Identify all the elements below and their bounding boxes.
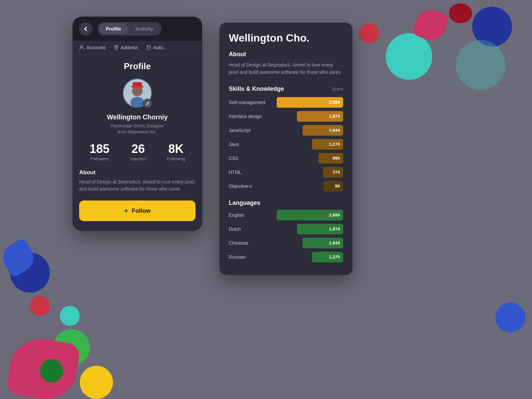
sub-nav-address-label: Address bbox=[121, 45, 138, 50]
blob-navy-left bbox=[10, 253, 50, 293]
pin-icon bbox=[114, 45, 119, 50]
blob-blue-left bbox=[0, 237, 39, 278]
avatar-container bbox=[79, 78, 196, 108]
skill-name: Java bbox=[229, 142, 275, 147]
skill-row: JavaScript 1,644 bbox=[229, 125, 343, 136]
user-icon bbox=[79, 45, 84, 50]
language-row: Dutch 1,874 bbox=[229, 224, 343, 234]
upvotes-label: Upvotes bbox=[130, 156, 146, 161]
svg-rect-8 bbox=[131, 86, 143, 88]
language-bar: 2,689 bbox=[277, 210, 343, 220]
sub-nav: Accounts Address Auto... bbox=[72, 41, 202, 55]
svg-point-0 bbox=[81, 46, 83, 48]
language-row: English 2,689 bbox=[229, 210, 343, 220]
svg-point-2 bbox=[147, 46, 150, 47]
skill-bar: 2,689 bbox=[277, 97, 343, 108]
blob-red-top-right bbox=[359, 23, 379, 43]
stat-following: 8K Following bbox=[167, 143, 185, 161]
stat-followers: 185 Followers bbox=[89, 143, 109, 161]
user-name: Wellington Chorniy bbox=[79, 113, 196, 121]
stats-row: 185 Followers 26 Upvotes 8K Following bbox=[79, 143, 196, 161]
stat-upvotes: 26 Upvotes bbox=[130, 143, 146, 161]
skill-name: JavaScript bbox=[229, 128, 275, 133]
sub-nav-auto-label: Auto... bbox=[153, 45, 167, 50]
language-name: English bbox=[229, 212, 275, 218]
skill-row: Objective-c 89 bbox=[229, 181, 343, 192]
blob-teal-far-right bbox=[456, 40, 505, 90]
back-button[interactable] bbox=[79, 22, 92, 36]
about-text: Head of Design at Setproduct. Aimed to l… bbox=[79, 179, 196, 193]
follow-plus-icon: + bbox=[124, 206, 128, 215]
follow-label: Follow bbox=[132, 207, 151, 214]
skill-row: HTML 374 bbox=[229, 167, 343, 178]
skill-row: Java 1,270 bbox=[229, 139, 343, 150]
phone-card: Profile Activity Accounts Address Auto.. bbox=[72, 17, 202, 231]
sub-nav-accounts[interactable]: Accounts bbox=[79, 45, 106, 50]
about-section: About Head of Design at Setproduct. Aime… bbox=[79, 169, 196, 193]
language-bar: 1,270 bbox=[312, 252, 343, 262]
skill-bar: 996 bbox=[319, 153, 343, 164]
language-name: Dutch bbox=[229, 226, 275, 232]
languages-section: Languages English 2,689 Dutch 1,874 Chin… bbox=[229, 200, 343, 262]
detail-panel: Wellington Cho. About Head of Design at … bbox=[219, 23, 352, 275]
score-label: Score bbox=[332, 86, 343, 91]
blob-navy-right bbox=[472, 7, 512, 47]
svg-point-1 bbox=[115, 46, 117, 48]
followers-label: Followers bbox=[89, 156, 109, 161]
phone-header: Profile Activity bbox=[72, 17, 202, 41]
detail-about-text: Head of Design at Setproduct. Aimed to l… bbox=[229, 61, 343, 76]
blob-blue-right-bottom bbox=[495, 303, 525, 332]
sub-nav-accounts-label: Accounts bbox=[86, 45, 106, 50]
following-label: Following bbox=[167, 156, 185, 161]
tab-group: Profile Activity bbox=[98, 22, 161, 36]
skill-row: CSS 996 bbox=[229, 153, 343, 164]
skill-name: Objective-c bbox=[229, 184, 275, 189]
skill-name: Self-management bbox=[229, 100, 275, 105]
language-row: Russian 1,270 bbox=[229, 252, 343, 262]
sub-nav-address[interactable]: Address bbox=[114, 45, 138, 50]
blob-teal-top-right bbox=[386, 33, 432, 80]
sub-nav-auto[interactable]: Auto... bbox=[146, 45, 167, 50]
user-bio: Passionate UIXXL Designer from Setproduc… bbox=[79, 123, 196, 135]
blob-pink-top-right bbox=[411, 6, 450, 44]
profile-body: Profile bbox=[72, 55, 202, 231]
languages-title: Languages bbox=[229, 200, 343, 206]
blob-green-bottom-left bbox=[53, 329, 90, 366]
blob-teal-left-bottom bbox=[60, 306, 80, 326]
skill-name: CSS bbox=[229, 156, 275, 161]
skills-list: Self-management 2,689 Interface design 1… bbox=[229, 97, 343, 192]
blob-darkgreen-bottom bbox=[40, 359, 63, 382]
skill-name: HTML bbox=[229, 170, 275, 175]
skill-bar: 374 bbox=[323, 167, 343, 178]
skill-row: Self-management 2,689 bbox=[229, 97, 343, 108]
language-row: Chineese 1,644 bbox=[229, 238, 343, 248]
languages-list: English 2,689 Dutch 1,874 Chineese 1,644… bbox=[229, 210, 343, 262]
language-bar: 1,874 bbox=[297, 224, 343, 234]
blob-pink-bottom bbox=[5, 334, 81, 399]
skill-bar: 1,270 bbox=[312, 139, 343, 150]
language-bar: 1,644 bbox=[303, 238, 343, 248]
edit-badge[interactable] bbox=[143, 99, 152, 108]
tab-profile[interactable]: Profile bbox=[99, 23, 128, 34]
skill-bar: 89 bbox=[323, 181, 343, 192]
following-number: 8K bbox=[167, 143, 185, 155]
detail-about-title: About bbox=[229, 51, 343, 58]
cylinder-icon bbox=[146, 45, 151, 50]
about-title: About bbox=[79, 169, 196, 176]
skill-name: Interface design bbox=[229, 114, 275, 119]
blob-darkred-top bbox=[449, 3, 472, 23]
follow-button[interactable]: + Follow bbox=[79, 200, 196, 221]
skill-row: Interface design 1,874 bbox=[229, 111, 343, 122]
skill-bar: 1,874 bbox=[297, 111, 343, 122]
followers-number: 185 bbox=[89, 143, 109, 155]
tab-activity[interactable]: Activity bbox=[129, 23, 160, 34]
upvotes-number: 26 bbox=[130, 143, 146, 155]
language-name: Russian bbox=[229, 254, 275, 260]
blob-red-bottom-left bbox=[30, 296, 50, 316]
detail-name: Wellington Cho. bbox=[229, 32, 343, 44]
skills-header: Skills & Knowledge Score bbox=[229, 85, 343, 92]
profile-title: Profile bbox=[79, 61, 196, 71]
skill-bar: 1,644 bbox=[303, 125, 343, 136]
language-name: Chineese bbox=[229, 240, 275, 246]
blob-yellow-bottom bbox=[80, 366, 113, 399]
